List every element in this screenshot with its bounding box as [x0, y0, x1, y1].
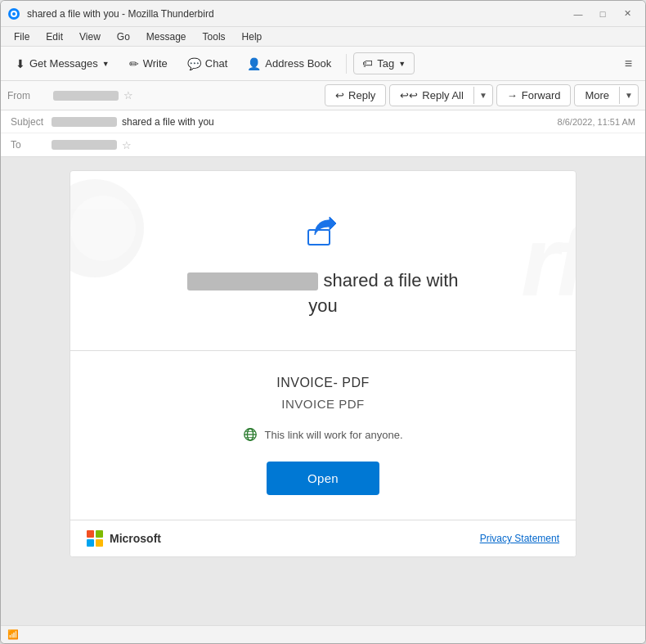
- address-book-label: Address Book: [265, 57, 331, 70]
- email-lower-section: INVOICE- PDF INVOICE PDF This link will …: [70, 351, 576, 520]
- ms-square-red: [87, 530, 94, 538]
- watermark-text: rf: [521, 205, 576, 317]
- microsoft-brand-name: Microsoft: [110, 532, 161, 545]
- toolbar: ⬇ Get Messages ▼ ✏ Write 💬 Chat 👤 Addres…: [1, 47, 645, 81]
- reply-all-button[interactable]: ↩↩ Reply All: [390, 85, 473, 106]
- chat-button[interactable]: 💬 Chat: [179, 53, 236, 74]
- link-info: This link will work for anyone.: [95, 427, 551, 442]
- action-buttons-row: From ☆ ↩ Reply ↩↩ Reply All ▼ → Forward: [1, 81, 645, 110]
- subject-text: shared a file with you: [122, 116, 214, 128]
- from-star-icon[interactable]: ☆: [123, 89, 133, 101]
- to-value-blurred: [52, 140, 117, 150]
- to-label: To: [11, 139, 52, 151]
- sender-blurred: [187, 272, 318, 290]
- window-controls: — □ ✕: [567, 6, 639, 22]
- toolbar-separator: [346, 54, 347, 74]
- forward-icon: →: [507, 89, 518, 101]
- subject-label: Subject: [11, 116, 52, 128]
- ms-square-blue: [87, 539, 94, 547]
- email-body: rf shared a file with you: [1, 157, 645, 625]
- get-messages-label: Get Messages: [29, 57, 98, 70]
- to-star-icon[interactable]: ☆: [122, 139, 132, 151]
- more-dropdown[interactable]: ▼: [619, 87, 638, 104]
- main-window: shared a file with you - Mozilla Thunder…: [0, 0, 646, 644]
- chat-icon: 💬: [187, 57, 201, 70]
- address-book-icon: 👤: [247, 57, 261, 70]
- watermark-background: rf: [70, 171, 576, 350]
- chat-label: Chat: [205, 57, 227, 70]
- tag-button[interactable]: 🏷 Tag ▼: [353, 52, 415, 74]
- tag-icon: 🏷: [362, 57, 373, 70]
- menu-file[interactable]: File: [7, 29, 36, 44]
- subject-sender-blurred: [52, 117, 117, 127]
- forward-button[interactable]: → Forward: [496, 84, 572, 106]
- subject-value: shared a file with you: [52, 116, 558, 128]
- email-card-header: rf shared a file with you: [70, 171, 576, 351]
- watermark-circle-small: [70, 196, 136, 261]
- email-header: From ☆ ↩ Reply ↩↩ Reply All ▼ → Forward: [1, 81, 645, 157]
- privacy-statement-link[interactable]: Privacy Statement: [480, 533, 559, 544]
- menu-view[interactable]: View: [73, 29, 107, 44]
- subject-row: Subject shared a file with you 8/6/2022,…: [1, 110, 645, 133]
- reply-all-dropdown[interactable]: ▼: [473, 87, 492, 104]
- window-title: shared a file with you - Mozilla Thunder…: [27, 8, 567, 20]
- globe-icon: [243, 427, 258, 442]
- open-button[interactable]: Open: [267, 462, 379, 495]
- link-info-text: This link will work for anyone.: [264, 429, 402, 441]
- reply-all-icon: ↩↩: [400, 89, 418, 101]
- title-bar: shared a file with you - Mozilla Thunder…: [1, 1, 645, 27]
- hamburger-menu-button[interactable]: ≡: [618, 52, 639, 75]
- from-value-blurred: [53, 91, 119, 101]
- menu-edit[interactable]: Edit: [39, 29, 70, 44]
- email-timestamp: 8/6/2022, 11:51 AM: [558, 117, 635, 127]
- menu-help[interactable]: Help: [236, 29, 269, 44]
- reply-icon: ↩: [335, 89, 344, 101]
- write-label: Write: [143, 57, 168, 70]
- reply-all-split-button: ↩↩ Reply All ▼: [389, 84, 492, 106]
- svg-point-2: [12, 12, 16, 16]
- tag-label: Tag: [377, 57, 394, 70]
- reply-all-label: Reply All: [422, 89, 464, 101]
- menu-go[interactable]: Go: [110, 29, 137, 44]
- email-card-title: shared a file with you: [187, 268, 458, 319]
- microsoft-logo: Microsoft: [87, 530, 161, 547]
- to-value: ☆: [52, 139, 635, 151]
- more-button[interactable]: More: [575, 85, 619, 106]
- ms-square-yellow: [96, 539, 103, 547]
- address-book-button[interactable]: 👤 Address Book: [239, 53, 339, 74]
- more-label: More: [585, 89, 609, 101]
- email-footer: Microsoft Privacy Statement: [70, 520, 576, 556]
- menu-bar: File Edit View Go Message Tools Help: [1, 27, 645, 47]
- inbox-icon: ⬇: [16, 57, 25, 70]
- microsoft-squares-icon: [87, 530, 103, 547]
- reply-label: Reply: [348, 89, 375, 101]
- maximize-button[interactable]: □: [591, 6, 614, 22]
- get-messages-button[interactable]: ⬇ Get Messages ▼: [7, 53, 118, 74]
- ms-square-green: [96, 530, 103, 538]
- from-field-inline: From ☆: [7, 89, 321, 101]
- status-icon: 📶: [7, 629, 19, 640]
- menu-tools[interactable]: Tools: [196, 29, 232, 44]
- close-button[interactable]: ✕: [616, 6, 639, 22]
- to-row: To ☆: [1, 133, 645, 156]
- tag-dropdown-icon: ▼: [398, 60, 406, 68]
- status-bar: 📶: [1, 625, 645, 643]
- more-split-button: More ▼: [574, 84, 639, 106]
- write-icon: ✏: [129, 57, 139, 70]
- invoice-title: INVOICE- PDF: [95, 376, 551, 390]
- menu-message[interactable]: Message: [140, 29, 193, 44]
- title-text-you: you: [308, 295, 337, 316]
- from-label: From: [7, 90, 48, 101]
- reply-button[interactable]: ↩ Reply: [325, 84, 386, 106]
- title-text: shared a file with: [324, 270, 459, 290]
- minimize-button[interactable]: —: [567, 6, 590, 22]
- forward-label: Forward: [522, 89, 561, 101]
- write-button[interactable]: ✏ Write: [121, 53, 176, 74]
- app-icon: [7, 7, 20, 20]
- invoice-subtitle: INVOICE PDF: [95, 397, 551, 411]
- get-messages-dropdown-icon: ▼: [102, 60, 110, 68]
- email-card: rf shared a file with you: [70, 170, 576, 557]
